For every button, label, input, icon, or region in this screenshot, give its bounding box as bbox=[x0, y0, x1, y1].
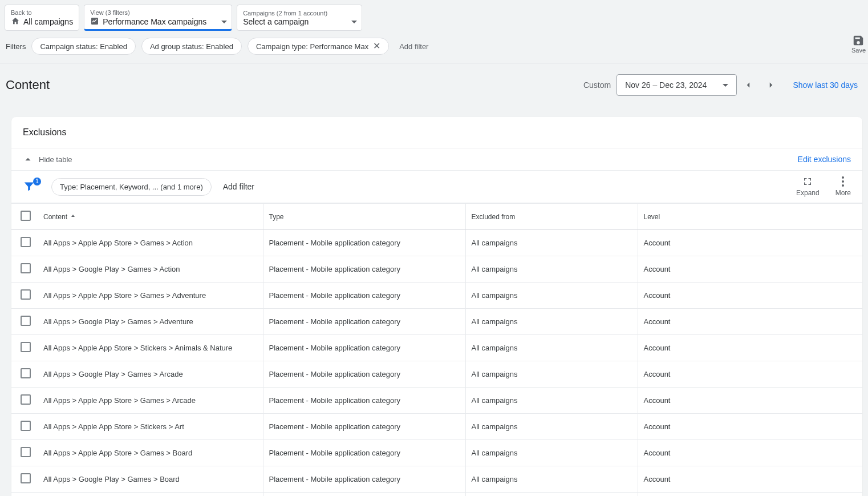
save-button[interactable]: Save bbox=[849, 33, 868, 55]
cell-excluded: All campaigns bbox=[465, 361, 638, 388]
table-row: All Apps > Apple App Store > Stickers > … bbox=[11, 335, 862, 361]
hide-table-label: Hide table bbox=[39, 155, 72, 164]
column-header-level[interactable]: Level bbox=[644, 213, 660, 221]
campaign-selector[interactable]: Campaigns (2 from 1 account) Select a ca… bbox=[237, 5, 362, 31]
range-mode-label: Custom bbox=[583, 80, 611, 90]
cell-level: Account bbox=[638, 440, 862, 466]
add-filter-inline[interactable]: Add filter bbox=[395, 39, 433, 54]
table-row: All Apps > Google Play > Games > Adventu… bbox=[11, 309, 862, 335]
cell-excluded: All campaigns bbox=[465, 388, 638, 414]
cell-type: Placement - Mobile application category bbox=[263, 361, 465, 388]
expand-button[interactable]: Expand bbox=[796, 176, 820, 197]
table-row: All Apps > Apple App Store > Games > Act… bbox=[11, 230, 862, 256]
save-icon bbox=[852, 34, 865, 47]
table-row: All Apps > Apple App Store > Games > Car… bbox=[11, 493, 862, 497]
cell-content: All Apps > Apple App Store > Games > Arc… bbox=[38, 388, 263, 414]
filter-count-badge: 1 bbox=[33, 178, 41, 186]
edit-exclusions-link[interactable]: Edit exclusions bbox=[798, 155, 851, 164]
more-button[interactable]: More bbox=[835, 176, 851, 197]
cell-level: Account bbox=[638, 256, 862, 283]
performance-icon bbox=[90, 17, 99, 27]
cell-excluded: All campaigns bbox=[465, 309, 638, 335]
row-checkbox[interactable] bbox=[21, 447, 31, 457]
table-row: All Apps > Google Play > Games > BoardPl… bbox=[11, 466, 862, 493]
cell-excluded: All campaigns bbox=[465, 440, 638, 466]
row-checkbox[interactable] bbox=[21, 473, 31, 483]
cell-excluded: All campaigns bbox=[465, 414, 638, 440]
date-range-text: Nov 26 – Dec 23, 2024 bbox=[625, 80, 707, 90]
cell-level: Account bbox=[638, 283, 862, 309]
cell-content: All Apps > Google Play > Games > Board bbox=[38, 466, 263, 493]
hide-table-toggle[interactable]: Hide table bbox=[23, 154, 72, 164]
home-icon bbox=[11, 17, 20, 27]
top-nav: Back to All campaigns View (3 filters) P… bbox=[0, 0, 868, 33]
chevron-down-icon bbox=[221, 21, 227, 23]
row-checkbox[interactable] bbox=[21, 394, 31, 405]
row-checkbox[interactable] bbox=[21, 421, 31, 431]
campaign-main-label: Select a campaign bbox=[243, 17, 309, 26]
chevron-left-icon bbox=[743, 80, 753, 90]
show-last-30-days-link[interactable]: Show last 30 days bbox=[793, 80, 858, 90]
row-checkbox[interactable] bbox=[21, 263, 31, 273]
cell-level: Account bbox=[638, 230, 862, 256]
sort-asc-icon bbox=[70, 213, 76, 220]
expand-icon bbox=[802, 176, 813, 187]
campaign-small-label: Campaigns (2 from 1 account) bbox=[243, 9, 357, 17]
cell-excluded: All campaigns bbox=[465, 230, 638, 256]
date-range-picker[interactable]: Nov 26 – Dec 23, 2024 bbox=[616, 74, 737, 96]
row-checkbox[interactable] bbox=[21, 289, 31, 300]
cell-level: Account bbox=[638, 361, 862, 388]
filter-chip[interactable]: Campaign status: Enabled bbox=[31, 38, 135, 55]
back-small-label: Back to bbox=[11, 9, 73, 17]
row-checkbox[interactable] bbox=[21, 368, 31, 378]
filter-chip[interactable]: Ad group status: Enabled bbox=[141, 38, 242, 55]
cell-content: All Apps > Google Play > Games > Arcade bbox=[38, 361, 263, 388]
cell-type: Placement - Mobile application category bbox=[263, 493, 465, 497]
cell-type: Placement - Mobile application category bbox=[263, 466, 465, 493]
cell-content: All Apps > Apple App Store > Games > Act… bbox=[38, 230, 263, 256]
chevron-down-icon bbox=[723, 84, 728, 87]
filter-chip[interactable]: Campaign type: Performance Max✕ bbox=[248, 38, 389, 55]
cell-level: Account bbox=[638, 335, 862, 361]
cell-content: All Apps > Apple App Store > Games > Boa… bbox=[38, 440, 263, 466]
view-selector[interactable]: View (3 filters) Performance Max campaig… bbox=[84, 5, 232, 31]
column-header-content[interactable]: Content bbox=[43, 213, 76, 221]
filters-label: Filters bbox=[6, 42, 26, 51]
save-label: Save bbox=[851, 47, 866, 54]
expand-label: Expand bbox=[796, 189, 820, 197]
filter-chip-label: Ad group status: Enabled bbox=[150, 42, 233, 51]
row-checkbox[interactable] bbox=[21, 342, 31, 352]
date-prev-button[interactable] bbox=[737, 74, 760, 96]
cell-type: Placement - Mobile application category bbox=[263, 440, 465, 466]
row-checkbox[interactable] bbox=[21, 237, 31, 247]
table-row: All Apps > Apple App Store > Games > Boa… bbox=[11, 440, 862, 466]
cell-type: Placement - Mobile application category bbox=[263, 256, 465, 283]
cell-content: All Apps > Apple App Store > Stickers > … bbox=[38, 335, 263, 361]
type-filter-chip[interactable]: Type: Placement, Keyword, ... (and 1 mor… bbox=[51, 178, 212, 196]
cell-content: All Apps > Apple App Store > Games > Adv… bbox=[38, 283, 263, 309]
view-small-label: View (3 filters) bbox=[90, 9, 227, 17]
table-row: All Apps > Apple App Store > Games > Adv… bbox=[11, 283, 862, 309]
add-filter-button[interactable]: Add filter bbox=[223, 182, 254, 191]
cell-level: Account bbox=[638, 493, 862, 497]
back-to-button[interactable]: Back to All campaigns bbox=[5, 5, 79, 31]
cell-content: All Apps > Google Play > Games > Adventu… bbox=[38, 309, 263, 335]
cell-content: All Apps > Apple App Store > Games > Car… bbox=[38, 493, 263, 497]
column-header-excluded[interactable]: Excluded from bbox=[472, 213, 516, 221]
row-checkbox[interactable] bbox=[21, 316, 31, 326]
cell-type: Placement - Mobile application category bbox=[263, 414, 465, 440]
cell-type: Placement - Mobile application category bbox=[263, 335, 465, 361]
cell-level: Account bbox=[638, 466, 862, 493]
close-icon[interactable]: ✕ bbox=[373, 42, 380, 51]
cell-excluded: All campaigns bbox=[465, 283, 638, 309]
cell-type: Placement - Mobile application category bbox=[263, 283, 465, 309]
view-main-label: Performance Max campaigns bbox=[103, 17, 206, 26]
date-next-button[interactable] bbox=[760, 74, 782, 96]
column-header-type[interactable]: Type bbox=[269, 213, 284, 221]
select-all-checkbox[interactable] bbox=[21, 211, 31, 221]
card-subheader: Hide table Edit exclusions bbox=[11, 148, 862, 171]
exclusions-table: Content Type Excluded from Level All App… bbox=[11, 203, 862, 496]
cell-content: All Apps > Google Play > Games > Action bbox=[38, 256, 263, 283]
filter-icon-button[interactable]: 1 bbox=[23, 180, 40, 194]
table-row: All Apps > Apple App Store > Games > Arc… bbox=[11, 388, 862, 414]
